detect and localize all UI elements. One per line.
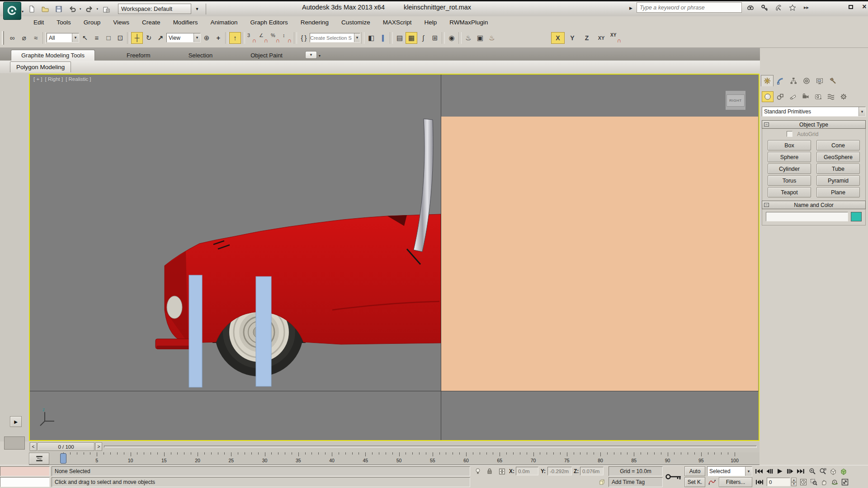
- primitive-button-torus[interactable]: Torus: [768, 175, 811, 186]
- orbit-button[interactable]: [830, 477, 839, 487]
- key-filters-button[interactable]: Filters...: [719, 477, 752, 487]
- align-icon[interactable]: ∥: [377, 32, 389, 44]
- time-configuration-button[interactable]: [798, 477, 808, 487]
- object-color-swatch[interactable]: [851, 212, 862, 221]
- primitive-button-pyramid[interactable]: Pyramid: [816, 175, 860, 186]
- add-time-tag[interactable]: Add Time Tag: [609, 477, 663, 487]
- reference-coordinate-system-dropdown[interactable]: View▼: [166, 33, 201, 42]
- create-type-lights[interactable]: [787, 91, 799, 102]
- menu-rendering[interactable]: Rendering: [294, 17, 335, 27]
- panel-tab-utilities[interactable]: [826, 75, 839, 86]
- support-post-rear[interactable]: [256, 277, 271, 386]
- go-to-end-button[interactable]: [796, 466, 805, 476]
- primitive-button-teapot[interactable]: Teapot: [768, 187, 811, 197]
- create-type-cameras[interactable]: [800, 91, 811, 102]
- select-and-rotate-icon[interactable]: ↻: [143, 32, 155, 44]
- mirror-icon[interactable]: ◧: [365, 32, 377, 44]
- graphite-modeling-tools-toggle-icon[interactable]: ▦: [406, 32, 417, 44]
- primitive-button-cone[interactable]: Cone: [816, 140, 860, 150]
- render-setup-icon[interactable]: ♨: [462, 32, 474, 44]
- edit-named-selection-sets-icon[interactable]: { }: [298, 32, 310, 44]
- project-folder-button[interactable]: [101, 4, 112, 14]
- zoom-all-button[interactable]: [818, 466, 827, 476]
- support-post-front[interactable]: [189, 275, 202, 387]
- time-slider-handle[interactable]: 0 / 100: [38, 442, 94, 451]
- primitive-button-cylinder[interactable]: Cylinder: [768, 164, 811, 174]
- chevron-down-icon[interactable]: ▼: [193, 33, 200, 42]
- ribbon-tab-graphite-modeling-tools[interactable]: Graphite Modeling Tools: [11, 50, 95, 61]
- maximize-viewport-button[interactable]: [840, 477, 849, 487]
- infocenter-arrow-icon[interactable]: ▶: [629, 6, 632, 10]
- workspace-caret-button[interactable]: ▼: [193, 4, 201, 14]
- panel-tab-hierarchy[interactable]: [787, 75, 800, 86]
- open-mini-curve-editor-button[interactable]: [29, 453, 49, 465]
- primitive-button-plane[interactable]: Plane: [816, 187, 860, 197]
- menu-animation[interactable]: Animation: [204, 17, 244, 27]
- menu-graph-editors[interactable]: Graph Editors: [244, 17, 294, 27]
- sign-in-key-button[interactable]: [759, 2, 769, 13]
- menu-group[interactable]: Group: [77, 17, 107, 27]
- next-frame-arrow[interactable]: >: [95, 442, 102, 451]
- named-selection-sets-dropdown[interactable]: ▼: [310, 33, 360, 42]
- panel-tab-display[interactable]: [813, 75, 826, 86]
- next-frame-button[interactable]: [785, 466, 795, 476]
- car-object[interactable]: [151, 114, 442, 399]
- material-editor-icon[interactable]: ◉: [446, 32, 458, 44]
- schematic-view-icon[interactable]: ⊞: [429, 32, 441, 44]
- undo-caret-icon[interactable]: ▾: [80, 7, 81, 11]
- select-and-move-icon[interactable]: ┼: [131, 32, 143, 44]
- key-mode-toggle[interactable]: [754, 477, 765, 487]
- ribbon-overflow-button[interactable]: ▼: [305, 51, 317, 59]
- chevron-down-icon[interactable]: ▼: [745, 467, 752, 476]
- maxscript-mini-listener-pink[interactable]: [0, 466, 50, 476]
- previous-frame-arrow[interactable]: <: [30, 442, 37, 451]
- rendered-frame-window-icon[interactable]: ▣: [474, 32, 486, 44]
- zoom-extents-button[interactable]: [828, 466, 838, 476]
- auto-key-button[interactable]: Auto: [684, 466, 705, 476]
- unlink-selection-icon[interactable]: ⌀: [18, 32, 30, 44]
- select-and-manipulate-icon[interactable]: +: [212, 32, 224, 44]
- new-file-button[interactable]: [26, 4, 37, 14]
- redo-caret-icon[interactable]: ▾: [97, 7, 99, 11]
- menu-rwmaxplugin[interactable]: RWMaxPlugin: [443, 17, 494, 27]
- menu-create[interactable]: Create: [136, 17, 167, 27]
- time-slider-track[interactable]: [104, 446, 757, 448]
- viewcube-face-label[interactable]: RIGHT: [726, 94, 744, 107]
- expand-strip-button[interactable]: ▶: [10, 416, 22, 427]
- undo-button[interactable]: [67, 4, 78, 14]
- set-key-icon[interactable]: [665, 466, 683, 487]
- go-to-start-button[interactable]: [754, 466, 764, 476]
- key-selection-dropdown[interactable]: Selected ▼: [707, 466, 752, 476]
- frame-spinner[interactable]: ▲▼: [791, 478, 797, 486]
- maxscript-mini-listener-white[interactable]: [0, 477, 50, 487]
- render-production-icon[interactable]: ♨: [486, 32, 498, 44]
- object-name-field[interactable]: [766, 212, 848, 221]
- zoom-button[interactable]: [807, 466, 817, 476]
- chevron-down-icon[interactable]: ▼: [72, 33, 79, 42]
- panel-tab-create[interactable]: [761, 75, 774, 86]
- open-file-button[interactable]: [40, 4, 51, 14]
- panel-tab-modify[interactable]: [774, 75, 787, 86]
- default-in-out-tangents-icon[interactable]: [707, 477, 717, 487]
- panel-tab-polygon-modeling[interactable]: Polygon Modeling: [10, 61, 71, 72]
- zoom-extents-all-button[interactable]: [839, 466, 848, 476]
- primitive-button-box[interactable]: Box: [768, 140, 811, 150]
- application-menu-button[interactable]: [3, 2, 21, 20]
- named-selection-sets-input[interactable]: [310, 35, 354, 41]
- select-and-scale-icon[interactable]: ↗: [155, 32, 166, 44]
- adaptive-degradation-icon[interactable]: [597, 478, 607, 487]
- selection-filter-dropdown[interactable]: All▼: [47, 33, 79, 42]
- restore-button[interactable]: [846, 3, 855, 11]
- menu-help[interactable]: Help: [418, 17, 443, 27]
- search-button[interactable]: [745, 2, 755, 13]
- set-key-button[interactable]: Set K.: [684, 477, 705, 487]
- communication-center-button[interactable]: [773, 2, 783, 13]
- create-type-systems[interactable]: [838, 91, 849, 102]
- infocenter-overflow-button[interactable]: ▸▸: [801, 2, 811, 13]
- window-crossing-toggle-icon[interactable]: ⊡: [114, 32, 126, 44]
- chevron-down-icon[interactable]: ▼: [859, 107, 865, 116]
- create-type-geometry[interactable]: [762, 91, 774, 102]
- axis-constraint-x-button[interactable]: X: [551, 32, 565, 44]
- menu-views[interactable]: Views: [107, 17, 136, 27]
- spinner-snap-toggle-icon[interactable]: ↕∩: [281, 32, 293, 44]
